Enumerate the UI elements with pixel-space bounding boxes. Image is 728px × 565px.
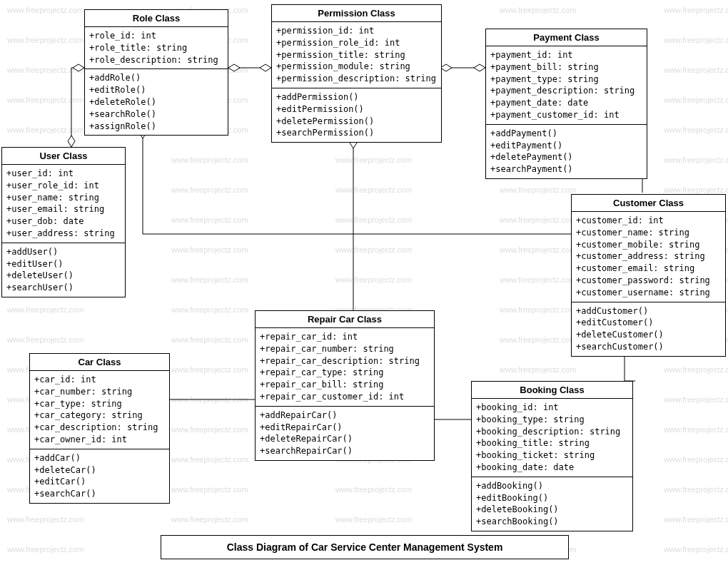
- watermark-text: www.freeprojectz.com: [335, 156, 413, 164]
- uml-row: +car_description: string: [34, 422, 165, 434]
- watermark-text: www.freeprojectz.com: [664, 365, 728, 374]
- watermark-text: www.freeprojectz.com: [335, 485, 413, 494]
- uml-row: +repair_car_customer_id: int: [260, 391, 430, 403]
- watermark-text: www.freeprojectz.com: [171, 455, 248, 464]
- class-title: User Class: [2, 148, 125, 165]
- uml-row: +role_title: string: [89, 42, 223, 54]
- uml-row: +payment_bill: string: [490, 61, 642, 73]
- uml-row: +permission_module: string: [276, 61, 437, 73]
- uml-row: +payment_id: int: [490, 49, 642, 61]
- uml-row: +deleteCustomer(): [576, 329, 721, 341]
- uml-row: +user_role_id: int: [6, 180, 121, 192]
- class-customer: Customer Class +customer_id: int+custome…: [571, 194, 726, 357]
- svg-marker-5: [474, 64, 485, 71]
- uml-row: +editBooking(): [476, 492, 628, 504]
- uml-row: +permission_role_id: int: [276, 37, 437, 49]
- watermark-text: www.freeprojectz.com: [7, 305, 84, 314]
- uml-row: +repair_car_bill: string: [260, 379, 430, 391]
- watermark-text: www.freeprojectz.com: [664, 455, 728, 464]
- uml-row: +addRole(): [89, 72, 223, 84]
- uml-row: +assignRole(): [89, 121, 223, 133]
- uml-row: +customer_password: string: [576, 275, 721, 287]
- class-methods: +addPayment()+editPayment()+deletePaymen…: [486, 125, 647, 178]
- class-attributes: +car_id: int+car_number: string+car_type…: [30, 371, 169, 449]
- class-attributes: +user_id: int+user_role_id: int+user_nam…: [2, 165, 125, 243]
- uml-row: +addPermission(): [276, 91, 437, 103]
- uml-row: +car_type: string: [34, 398, 165, 410]
- watermark-text: www.freeprojectz.com: [500, 275, 577, 284]
- watermark-text: www.freeprojectz.com: [171, 245, 248, 254]
- watermark-text: www.freeprojectz.com: [171, 156, 248, 164]
- uml-row: +searchRole(): [89, 108, 223, 121]
- uml-row: +permission_title: string: [276, 49, 437, 61]
- uml-row: +user_email: string: [6, 203, 121, 215]
- uml-row: +customer_mobile: string: [576, 239, 721, 251]
- class-attributes: +repair_car_id: int+repair_car_number: s…: [256, 328, 434, 407]
- diagram-canvas: www.freeprojectz.comwww.freeprojectz.com…: [0, 0, 728, 565]
- class-user: User Class +user_id: int+user_role_id: i…: [1, 147, 126, 297]
- watermark-text: www.freeprojectz.com: [664, 36, 728, 44]
- uml-row: +editPayment(): [490, 140, 642, 152]
- uml-row: +booking_date: date: [476, 462, 628, 474]
- watermark-text: www.freeprojectz.com: [335, 515, 413, 524]
- uml-row: +user_address: string: [6, 228, 121, 240]
- watermark-text: www.freeprojectz.com: [171, 275, 248, 284]
- class-attributes: +customer_id: int+customer_name: string+…: [572, 212, 725, 302]
- uml-row: +role_id: int: [89, 30, 223, 42]
- uml-row: +customer_address: string: [576, 250, 721, 263]
- class-role: Role Class +role_id: int+role_title: str…: [84, 9, 228, 136]
- uml-row: +editPermission(): [276, 103, 437, 116]
- uml-row: +addCustomer(): [576, 305, 721, 317]
- watermark-text: www.freeprojectz.com: [500, 305, 577, 314]
- diagram-title: Class Diagram of Car Service Center Mana…: [161, 535, 569, 559]
- watermark-text: www.freeprojectz.com: [7, 96, 84, 104]
- uml-row: +booking_description: string: [476, 426, 628, 438]
- uml-row: +deleteUser(): [6, 270, 121, 282]
- uml-row: +customer_name: string: [576, 227, 721, 239]
- uml-row: +deleteBooking(): [476, 504, 628, 516]
- class-methods: +addCar()+deleteCar()+editCar()+searchCa…: [30, 449, 169, 503]
- uml-row: +car_owner_id: int: [34, 434, 165, 446]
- class-methods: +addCustomer()+editCustomer()+deleteCust…: [572, 302, 725, 356]
- uml-row: +editUser(): [6, 258, 121, 270]
- watermark-text: www.freeprojectz.com: [7, 545, 84, 554]
- watermark-text: www.freeprojectz.com: [500, 245, 577, 254]
- uml-row: +deleteCar(): [34, 464, 165, 477]
- svg-marker-4: [440, 64, 452, 71]
- class-attributes: +booking_id: int+booking_type: string+bo…: [472, 399, 632, 477]
- watermark-text: www.freeprojectz.com: [171, 365, 248, 374]
- class-title: Payment Class: [486, 29, 647, 46]
- class-attributes: +payment_id: int+payment_bill: string+pa…: [486, 46, 647, 125]
- class-title: Permission Class: [272, 5, 441, 22]
- uml-row: +addUser(): [6, 246, 121, 258]
- watermark-text: www.freeprojectz.com: [500, 335, 577, 344]
- uml-row: +editRepairCar(): [260, 422, 430, 434]
- uml-row: +user_id: int: [6, 168, 121, 180]
- class-repaircar: Repair Car Class +repair_car_id: int+rep…: [255, 310, 435, 461]
- uml-row: +car_number: string: [34, 386, 165, 398]
- uml-row: +searchPermission(): [276, 127, 437, 139]
- class-attributes: +permission_id: int+permission_role_id: …: [272, 22, 441, 88]
- watermark-text: www.freeprojectz.com: [664, 6, 728, 14]
- uml-row: +role_description: string: [89, 54, 223, 66]
- watermark-text: www.freeprojectz.com: [7, 36, 84, 44]
- watermark-text: www.freeprojectz.com: [335, 245, 413, 254]
- uml-row: +car_category: string: [34, 409, 165, 422]
- class-title: Customer Class: [572, 195, 725, 212]
- watermark-text: www.freeprojectz.com: [664, 96, 728, 104]
- uml-row: +booking_id: int: [476, 402, 628, 414]
- watermark-text: www.freeprojectz.com: [7, 66, 84, 74]
- watermark-text: www.freeprojectz.com: [171, 335, 248, 344]
- watermark-text: www.freeprojectz.com: [335, 275, 413, 284]
- watermark-text: www.freeprojectz.com: [664, 156, 728, 164]
- uml-row: +repair_car_number: string: [260, 343, 430, 355]
- watermark-text: www.freeprojectz.com: [500, 365, 577, 374]
- uml-row: +permission_id: int: [276, 25, 437, 37]
- uml-row: +repair_car_id: int: [260, 331, 430, 343]
- watermark-text: www.freeprojectz.com: [500, 185, 577, 194]
- uml-row: +deleteRepairCar(): [260, 433, 430, 445]
- watermark-text: www.freeprojectz.com: [171, 515, 248, 524]
- uml-row: +deleteRole(): [89, 96, 223, 108]
- class-methods: +addBooking()+editBooking()+deleteBookin…: [472, 477, 632, 531]
- watermark-text: www.freeprojectz.com: [171, 485, 248, 494]
